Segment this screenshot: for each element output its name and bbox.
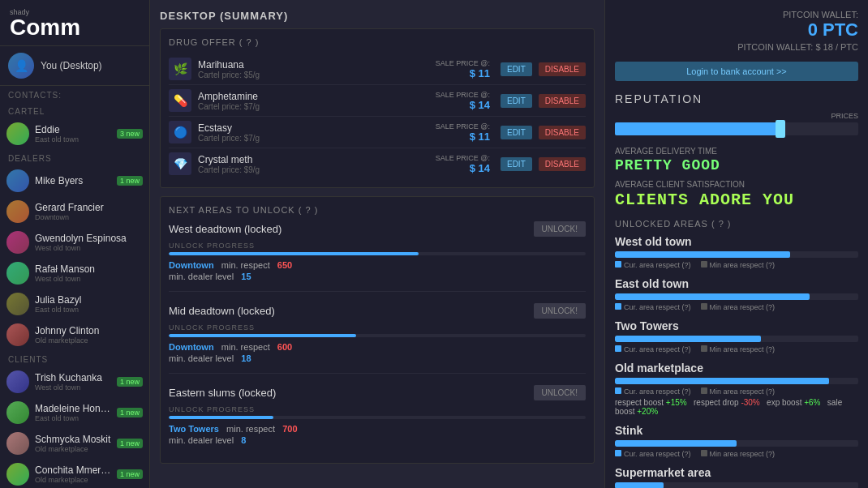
contact-schmycka-sub: Old marketplace (35, 445, 111, 453)
contact-schmycka[interactable]: Schmycka Moskit Old marketplace 1 new (0, 428, 149, 459)
area-eastern-slums-progress-fill (169, 416, 273, 419)
price-slider[interactable] (615, 122, 858, 135)
current-user-avatar: 👤 (8, 53, 34, 79)
pitcoin-sub: PITCOIN WALLET: $ 18 / PTC (615, 42, 858, 52)
contact-gwendolyn[interactable]: Gwendolyn Espinosa West old town (0, 227, 149, 258)
area-west-deadtown-progress-fill (169, 252, 419, 255)
contact-gerard-avatar (6, 200, 29, 223)
area-eastern-slums-unlock-btn[interactable]: UNLOCK! (534, 385, 586, 400)
unlocked-area-stink-bar-bg (615, 440, 858, 447)
bank-login-button[interactable]: Login to bank account >> (615, 62, 858, 81)
drug-disable-crystal[interactable]: DISABLE (539, 157, 586, 171)
contact-trish-sub: West old town (35, 383, 111, 392)
drug-edit-amphetamine[interactable]: EDIT (501, 94, 532, 108)
area-west-deadtown-progress-label: UNLOCK PROGRESS (169, 242, 586, 250)
drug-cartel-ecstasy: Cartel price: $7/g (198, 134, 429, 143)
unlocked-areas-title: UNLOCKED AREAS ( ? ) (615, 219, 858, 229)
contact-johnny-name: Johnny Clinton (35, 325, 143, 336)
contact-rafal[interactable]: Rafał Manson West old town (0, 258, 149, 289)
unlocked-area-two-towers-name: Two Towers (615, 319, 858, 332)
contact-madeleine-badge: 1 new (117, 408, 143, 417)
area-mid-deadtown-req2: min. dealer level 18 (169, 353, 586, 363)
main-content: DESKTOP (SUMMARY) DRUG OFFER ( ? ) 🌿 Mar… (150, 0, 604, 488)
contact-johnny-avatar (6, 323, 29, 346)
pitcoin-sub-label: PITCOIN WALLET: (737, 42, 813, 52)
drug-edit-crystal[interactable]: EDIT (501, 157, 532, 171)
drug-name-amphetamine: Amphetamine (198, 91, 429, 102)
drug-offer-title: DRUG OFFER ( ? ) (169, 37, 586, 47)
next-areas-title: NEXT AREAS TO UNLOCK ( ? ) (169, 205, 586, 215)
unlocked-area-two-towers-bar-fill (615, 336, 761, 342)
contact-eddie-sub: East old town (35, 135, 111, 143)
contact-rafal-avatar (6, 262, 29, 285)
drug-disable-amphetamine[interactable]: DISABLE (539, 94, 586, 108)
drug-edit-marihuana[interactable]: EDIT (501, 62, 532, 76)
drug-name-marihuana: Marihuana (198, 59, 429, 71)
drug-cartel-crystal: Cartel price: $9/g (198, 165, 429, 174)
contact-trish-avatar (6, 370, 29, 393)
price-slider-fill (615, 122, 780, 135)
desktop-title: DESKTOP (SUMMARY) (160, 10, 595, 22)
contact-johnny-sub: Old marketplace (35, 336, 143, 345)
drug-edit-ecstasy[interactable]: EDIT (501, 126, 532, 139)
contact-gwendolyn-avatar (6, 231, 29, 254)
reputation-section: REPUTATION PRICES (615, 92, 858, 135)
drug-row-ecstasy: 🔵 Ecstasy Cartel price: $7/g SALE PRICE … (169, 117, 586, 148)
app-logo: shady Comm (0, 0, 149, 46)
contact-trish[interactable]: Trish Kuchanka West old town 1 new (0, 366, 149, 397)
crystal-icon: 💎 (169, 152, 191, 175)
dealers-label: DEALERS (0, 149, 149, 165)
area-mid-deadtown-unlock-btn[interactable]: UNLOCK! (534, 303, 586, 319)
ecstasy-icon: 🔵 (169, 121, 191, 143)
pitcoin-sub-val: $ 18 / PTC (815, 42, 858, 52)
unlocked-area-old-marketplace-bar-fill (615, 378, 829, 384)
unlocked-area-stink: Stink Cur. area respect (?) Min area res… (615, 424, 858, 458)
area-west-deadtown-unlock-btn[interactable]: UNLOCK! (534, 221, 586, 237)
next-areas-panel: NEXT AREAS TO UNLOCK ( ? ) West deadtown… (160, 196, 595, 464)
area-west-deadtown-name: West deadtown (locked) (169, 223, 281, 235)
contact-gerard-name: Gerard Francier (35, 202, 143, 213)
avg-delivery: AVERAGE DELIVERY TIME Pretty good (615, 147, 858, 173)
drug-row-crystal: 💎 Crystal meth Cartel price: $9/g SALE P… (169, 148, 586, 179)
drug-disable-marihuana[interactable]: DISABLE (539, 62, 586, 76)
area-west-deadtown-req2: min. dealer level 15 (169, 272, 586, 281)
contact-eddie[interactable]: Eddie East old town 3 new (0, 118, 149, 149)
contacts-label: CONTACTS: (0, 86, 149, 102)
clients-label: CLIENTS (0, 350, 149, 366)
avg-satisfaction: AVERAGE CLIENT SATISFACTION CLIENTS ADOR… (615, 180, 858, 209)
price-slider-thumb[interactable] (776, 120, 785, 138)
avg-delivery-label: AVERAGE DELIVERY TIME (615, 147, 858, 156)
area-eastern-slums-progress-label: UNLOCK PROGRESS (169, 405, 586, 413)
sidebar: shady Comm 👤 You (Desktop) CONTACTS: CAR… (0, 0, 150, 488)
drug-disable-ecstasy[interactable]: DISABLE (539, 126, 586, 139)
contact-eddie-badge: 3 new (117, 129, 143, 139)
cartel-label: CARTEL (0, 102, 149, 118)
contact-madeleine[interactable]: Madeleine Hondros East old town 1 new (0, 397, 149, 428)
drug-price-marihuana: $ 11 (436, 67, 490, 79)
drug-price-label-amphetamine: SALE PRICE @: (436, 91, 490, 99)
pitcoin-label: PITCOIN WALLET: (615, 10, 858, 19)
contact-schmycka-badge: 1 new (117, 439, 143, 448)
contact-mike-badge: 1 new (117, 176, 143, 186)
area-eastern-slums: Eastern slums (locked) UNLOCK! UNLOCK PR… (169, 385, 586, 455)
unlocked-area-west-old-town-bar-bg (615, 251, 858, 258)
unlocked-area-old-marketplace-name: Old marketplace (615, 362, 858, 375)
contact-schmycka-name: Schmycka Moskit (35, 434, 111, 445)
contact-johnny[interactable]: Johnny Clinton Old marketplace (0, 319, 149, 350)
contact-trish-name: Trish Kuchanka (35, 372, 111, 383)
contact-mike[interactable]: Mike Byers 1 new (0, 165, 149, 196)
contact-eddie-avatar (6, 122, 29, 145)
contact-julia[interactable]: Julia Bazyl East old town (0, 289, 149, 319)
contact-conchita[interactable]: Conchita Mmeremikwu Old marketplace 1 ne… (0, 459, 149, 488)
area-west-deadtown: West deadtown (locked) UNLOCK! UNLOCK PR… (169, 221, 586, 292)
unlocked-area-east-old-town-bar-bg (615, 293, 858, 300)
drug-cartel-amphetamine: Cartel price: $7/g (198, 102, 429, 111)
contact-gerard[interactable]: Gerard Francier Downtown (0, 196, 149, 227)
drug-name-ecstasy: Ecstasy (198, 122, 429, 134)
drug-price-label-crystal: SALE PRICE @: (436, 154, 490, 162)
current-user[interactable]: 👤 You (Desktop) (0, 46, 149, 86)
contact-madeleine-name: Madeleine Hondros (35, 403, 111, 414)
drug-price-ecstasy: $ 11 (436, 131, 490, 143)
contact-conchita-badge: 1 new (117, 469, 143, 479)
unlocked-area-old-marketplace-bar-bg (615, 378, 858, 384)
